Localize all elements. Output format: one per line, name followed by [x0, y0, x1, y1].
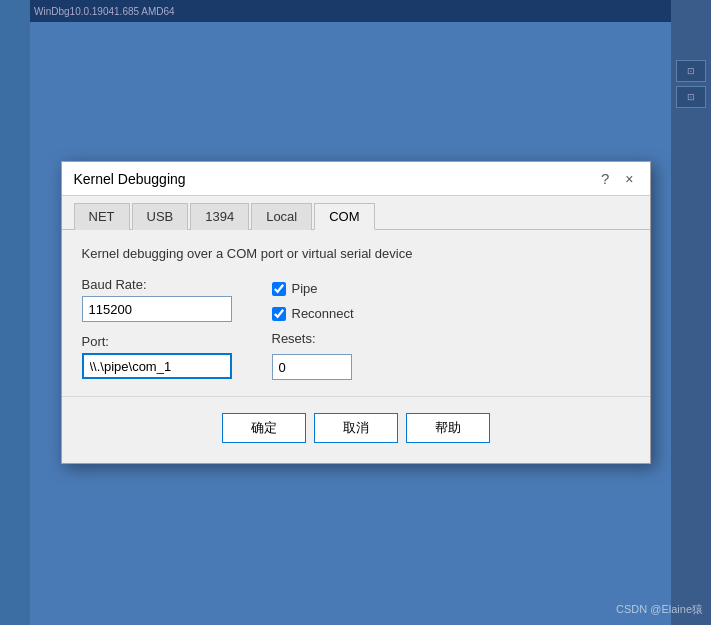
resets-section: Resets:: [272, 331, 630, 380]
dialog-title: Kernel Debugging: [74, 171, 186, 187]
right-btn-1[interactable]: ⊡: [676, 60, 706, 82]
reconnect-label: Reconnect: [292, 306, 354, 321]
tab-1394[interactable]: 1394: [190, 203, 249, 230]
baud-rate-input[interactable]: [82, 296, 232, 322]
resets-input[interactable]: [272, 354, 352, 380]
tab-usb[interactable]: USB: [132, 203, 189, 230]
tabs-bar: NET USB 1394 Local COM: [62, 196, 650, 230]
left-taskbar: [0, 0, 30, 625]
form-left: Baud Rate: Port:: [82, 277, 232, 380]
dialog-content: Kernel debugging over a COM port or virt…: [62, 230, 650, 396]
pipe-label: Pipe: [292, 281, 318, 296]
top-bar: WinDbg10.0.19041.685 AMD64: [30, 0, 671, 22]
right-toolbar: ⊡ ⊡: [671, 0, 711, 625]
pipe-checkbox-row: Pipe: [272, 281, 630, 296]
port-input[interactable]: [82, 353, 232, 379]
cancel-button[interactable]: 取消: [314, 413, 398, 443]
help-button[interactable]: 帮助: [406, 413, 490, 443]
watermark: CSDN @Elaine猿: [616, 602, 703, 617]
dialog-footer: 确定 取消 帮助: [62, 396, 650, 463]
right-btn-2[interactable]: ⊡: [676, 86, 706, 108]
kernel-debugging-dialog: Kernel Debugging ? × NET USB 1394 Local …: [61, 161, 651, 464]
close-icon[interactable]: ×: [621, 171, 637, 187]
reconnect-checkbox-row: Reconnect: [272, 306, 630, 321]
tab-net[interactable]: NET: [74, 203, 130, 230]
resets-label: Resets:: [272, 331, 630, 346]
port-label: Port:: [82, 334, 232, 349]
form-row: Baud Rate: Port: Pipe Reconnect Resets:: [82, 277, 630, 380]
tab-local[interactable]: Local: [251, 203, 312, 230]
form-right: Pipe Reconnect Resets:: [272, 277, 630, 380]
help-icon[interactable]: ?: [597, 170, 613, 187]
baud-rate-label: Baud Rate:: [82, 277, 232, 292]
top-bar-title: WinDbg10.0.19041.685 AMD64: [34, 6, 175, 17]
dialog-titlebar: Kernel Debugging ? ×: [62, 162, 650, 196]
ok-button[interactable]: 确定: [222, 413, 306, 443]
description-text: Kernel debugging over a COM port or virt…: [82, 246, 630, 261]
pipe-checkbox[interactable]: [272, 282, 286, 296]
tab-com[interactable]: COM: [314, 203, 374, 230]
reconnect-checkbox[interactable]: [272, 307, 286, 321]
titlebar-controls: ? ×: [597, 170, 638, 187]
